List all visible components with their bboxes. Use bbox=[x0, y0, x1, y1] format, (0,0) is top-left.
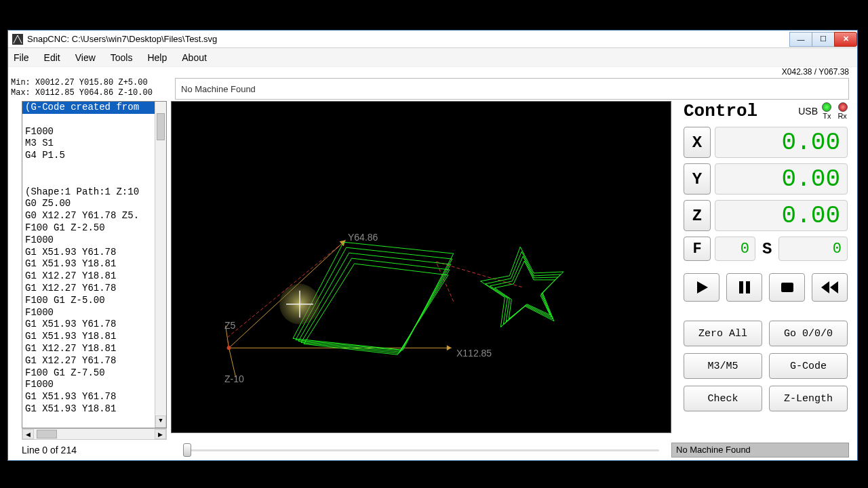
gcode-line[interactable] bbox=[22, 114, 166, 126]
gcode-line[interactable] bbox=[22, 162, 166, 174]
feedrate-value: 0 bbox=[715, 237, 755, 261]
gcode-panel: (G-Code created fromF1000M3 S1G4 P1.5(Sh… bbox=[22, 101, 167, 440]
line-counter: Line 0 of 214 bbox=[22, 445, 171, 455]
spindle-label: S bbox=[762, 240, 772, 258]
gcode-line[interactable]: G0 X12.27 Y61.78 Z5. bbox=[22, 210, 166, 222]
window-controls: — ☐ ✕ bbox=[790, 32, 857, 47]
play-button[interactable] bbox=[684, 273, 719, 302]
progress-slider[interactable] bbox=[183, 443, 659, 457]
svg-rect-13 bbox=[746, 281, 750, 293]
svg-marker-2 bbox=[447, 345, 452, 350]
minimize-button[interactable]: — bbox=[789, 32, 812, 47]
axis-y-button[interactable]: Y bbox=[684, 163, 711, 195]
maximize-button[interactable]: ☐ bbox=[812, 32, 835, 47]
window-title: SnapCNC: C:\Users\win7\Desktop\Files\Tes… bbox=[27, 34, 790, 44]
gcode-line[interactable]: F1000 bbox=[22, 126, 166, 138]
stop-button[interactable] bbox=[769, 273, 805, 302]
control-title: Control bbox=[684, 101, 798, 121]
gcode-line[interactable]: (Shape:1 Path:1 Z:10 bbox=[22, 186, 166, 199]
svg-rect-12 bbox=[739, 281, 743, 293]
menubar: File Edit View Tools Help About bbox=[8, 48, 857, 67]
go-origin-button[interactable]: Go 0/0/0 bbox=[769, 321, 848, 346]
feedrate-button[interactable]: F bbox=[684, 237, 711, 261]
svg-rect-14 bbox=[781, 283, 793, 292]
app-window: SnapCNC: C:\Users\win7\Desktop\Files\Tes… bbox=[7, 30, 858, 461]
bottom-bar: Line 0 of 214 No Machine Found bbox=[8, 440, 857, 460]
axis-x-button[interactable]: X bbox=[684, 127, 711, 158]
gcode-line[interactable]: F1000 bbox=[22, 379, 166, 391]
gcode-line[interactable]: G1 X51.93 Y18.81 bbox=[22, 331, 166, 343]
zlength-button[interactable]: Z-Length bbox=[769, 386, 848, 411]
menu-about[interactable]: About bbox=[182, 52, 207, 63]
gcode-line[interactable]: F100 G1 Z-2.50 bbox=[22, 222, 166, 235]
svg-line-6 bbox=[229, 348, 236, 377]
gcode-line[interactable]: G0 Z5.00 bbox=[22, 198, 166, 210]
rewind-button[interactable] bbox=[812, 273, 848, 302]
gcode-line[interactable]: G1 X12.27 Y61.78 bbox=[22, 355, 166, 367]
rx-label: Rx bbox=[837, 112, 846, 120]
viewport-label-z: Z5 bbox=[224, 320, 235, 331]
menu-edit[interactable]: Edit bbox=[44, 52, 60, 63]
axis-z-value: 0.00 bbox=[715, 200, 848, 231]
scroll-down-icon[interactable]: ▼ bbox=[155, 415, 166, 428]
viewport-label-x: X112.85 bbox=[456, 348, 492, 359]
info-row: Min: X0012.27 Y015.80 Z+5.00 Max: X0112.… bbox=[8, 78, 857, 101]
gcode-line[interactable]: F100 G1 Z-7.50 bbox=[22, 367, 166, 380]
app-icon bbox=[12, 34, 23, 45]
close-button[interactable]: ✕ bbox=[834, 32, 857, 47]
zero-all-button[interactable]: Zero All bbox=[684, 321, 762, 346]
gcode-line[interactable]: F1000 bbox=[22, 307, 166, 319]
axis-z-button[interactable]: Z bbox=[684, 200, 711, 231]
gcode-listbox[interactable]: (G-Code created fromF1000M3 S1G4 P1.5(Sh… bbox=[22, 101, 167, 428]
usb-label: USB bbox=[798, 106, 818, 117]
gcode-line[interactable]: G1 X12.27 Y18.81 bbox=[22, 343, 166, 355]
cursor-position: X042.38 / Y067.38 bbox=[8, 67, 857, 78]
gcode-line[interactable]: G4 P1.5 bbox=[22, 150, 166, 162]
m3-m5-button[interactable]: M3/M5 bbox=[684, 353, 762, 379]
tx-led-icon bbox=[822, 102, 831, 112]
control-panel: Control USB Tx Rx X0.00 Y0.00 Z0.00 F bbox=[681, 101, 857, 440]
svg-marker-16 bbox=[830, 281, 838, 293]
menu-file[interactable]: File bbox=[14, 52, 29, 63]
viewport-label-y: Y64.86 bbox=[348, 232, 378, 243]
check-button[interactable]: Check bbox=[684, 386, 762, 411]
menu-help[interactable]: Help bbox=[147, 52, 167, 63]
gcode-line[interactable]: M3 S1 bbox=[22, 138, 166, 150]
gcode-line[interactable]: G1 X51.93 Y18.81 bbox=[22, 258, 166, 270]
svg-marker-15 bbox=[821, 281, 829, 293]
gcode-line[interactable]: G1 X51.93 Y61.78 bbox=[22, 247, 166, 259]
horizontal-scrollbar[interactable]: ◀ ▶ bbox=[22, 428, 167, 440]
svg-marker-11 bbox=[697, 281, 708, 293]
menu-tools[interactable]: Tools bbox=[111, 52, 133, 63]
slider-handle[interactable] bbox=[183, 443, 191, 457]
scroll-right-icon[interactable]: ▶ bbox=[155, 429, 166, 439]
machine-status-top: No Machine Found bbox=[175, 78, 849, 100]
machine-status-bottom: No Machine Found bbox=[671, 443, 849, 458]
pause-button[interactable] bbox=[726, 273, 762, 302]
rx-led-icon bbox=[838, 102, 848, 112]
titlebar: SnapCNC: C:\Users\win7\Desktop\Files\Tes… bbox=[8, 30, 857, 48]
hscroll-thumb[interactable] bbox=[37, 430, 57, 439]
gcode-line[interactable]: G1 X51.93 Y61.78 bbox=[22, 319, 166, 331]
bounds-readout: Min: X0012.27 Y015.80 Z+5.00 Max: X0112.… bbox=[8, 78, 171, 101]
gcode-button[interactable]: G-Code bbox=[769, 353, 848, 379]
viewport-label-zneg: Z-10 bbox=[224, 373, 244, 384]
gcode-line[interactable]: F1000 bbox=[22, 235, 166, 247]
main-area: (G-Code created fromF1000M3 S1G4 P1.5(Sh… bbox=[8, 101, 857, 440]
scroll-thumb[interactable] bbox=[157, 113, 165, 140]
scroll-left-icon[interactable]: ◀ bbox=[22, 429, 34, 439]
gcode-line[interactable]: G1 X51.93 Y61.78 bbox=[22, 391, 166, 403]
vertical-scrollbar[interactable]: ▲ ▼ bbox=[155, 102, 166, 428]
tx-label: Tx bbox=[823, 112, 831, 120]
gcode-line[interactable]: G1 X51.93 Y18.81 bbox=[22, 403, 166, 415]
gcode-line[interactable]: (G-Code created from bbox=[22, 102, 166, 114]
gcode-line[interactable]: G1 X12.27 Y61.78 bbox=[22, 283, 166, 295]
axis-x-value: 0.00 bbox=[715, 127, 848, 158]
toolpath-viewport[interactable]: Y64.86 Z5 Z-10 X112.85 bbox=[171, 101, 671, 433]
spindle-value: 0 bbox=[778, 237, 848, 261]
gcode-line[interactable] bbox=[22, 174, 166, 186]
gcode-line[interactable]: F100 G1 Z-5.00 bbox=[22, 295, 166, 307]
gcode-line[interactable]: G1 X12.27 Y18.81 bbox=[22, 270, 166, 283]
axis-y-value: 0.00 bbox=[715, 163, 848, 195]
menu-view[interactable]: View bbox=[75, 52, 96, 63]
